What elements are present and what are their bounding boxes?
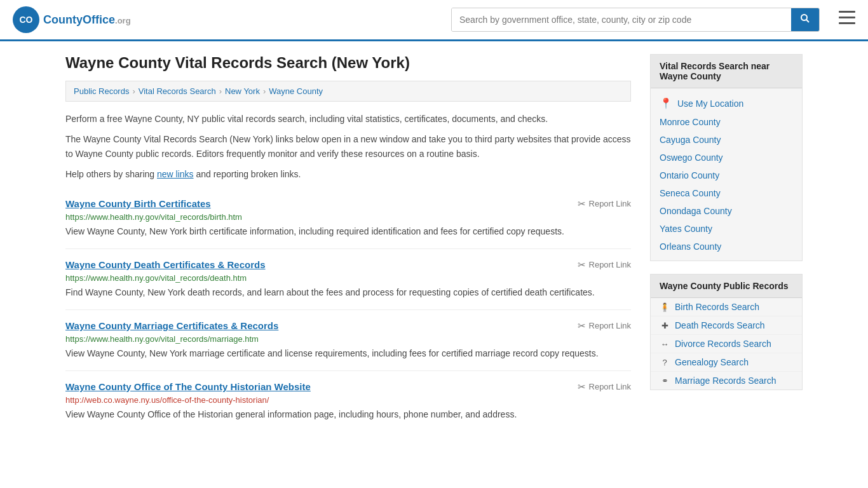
public-record-death[interactable]: ✚ Death Records Search [651, 316, 802, 334]
logo-link[interactable]: CO CountyOffice.org [13, 6, 131, 33]
record-desc-2: View Wayne County, New York marriage cer… [65, 347, 631, 360]
public-record-genealogy[interactable]: ? Genealogy Search [651, 353, 802, 371]
nearby-seneca[interactable]: Seneca County [651, 184, 802, 202]
report-icon: ✂ [578, 320, 586, 332]
nearby-county-link[interactable]: Onondaga County [660, 206, 732, 216]
breadcrumb-vital-records-search[interactable]: Vital Records Search [139, 86, 216, 96]
birth-records-link[interactable]: Birth Records Search [675, 302, 759, 312]
public-records-section: Wayne County Public Records 🧍 Birth Reco… [650, 274, 803, 390]
svg-rect-5 [839, 17, 855, 18]
new-links-link[interactable]: new links [157, 169, 194, 179]
description-1: Perform a free Wayne County, NY public v… [65, 112, 631, 126]
record-title-birth-certs[interactable]: Wayne County Birth Certificates [65, 198, 211, 209]
location-pin-icon: 📍 [660, 97, 672, 109]
hamburger-menu-icon[interactable] [839, 11, 855, 29]
record-desc-0: View Wayne County, New York birth certif… [65, 225, 631, 238]
record-desc-1: Find Wayne County, New York death record… [65, 286, 631, 299]
record-title-marriage-certs[interactable]: Wayne County Marriage Certificates & Rec… [65, 320, 278, 331]
svg-point-2 [801, 15, 807, 20]
nearby-use-my-location[interactable]: 📍 Use My Location [651, 93, 802, 113]
logo-icon: CO [13, 6, 39, 33]
nearby-county-link[interactable]: Yates County [660, 224, 712, 234]
record-item: Wayne County Office of The County Histor… [65, 371, 631, 431]
nearby-yates[interactable]: Yates County [651, 220, 802, 238]
svg-rect-6 [839, 22, 855, 24]
report-icon: ✂ [578, 381, 586, 393]
record-url-3: http://web.co.wayne.ny.us/office-of-the-… [65, 395, 631, 405]
question-icon: ? [660, 358, 670, 367]
record-title-historian[interactable]: Wayne County Office of The County Histor… [65, 381, 311, 392]
report-link-3[interactable]: ✂ Report Link [578, 381, 631, 393]
nearby-county-link[interactable]: Ontario County [660, 170, 719, 180]
record-item: Wayne County Marriage Certificates & Rec… [65, 310, 631, 371]
report-icon: ✂ [578, 259, 586, 271]
nearby-cayuga[interactable]: Cayuga County [651, 131, 802, 149]
report-link-1[interactable]: ✂ Report Link [578, 259, 631, 271]
nearby-orleans[interactable]: Orleans County [651, 238, 802, 255]
search-input[interactable] [452, 8, 791, 31]
report-link-2[interactable]: ✂ Report Link [578, 320, 631, 332]
nearby-county-link[interactable]: Orleans County [660, 241, 721, 252]
svg-line-3 [806, 20, 809, 22]
genealogy-link[interactable]: Genealogy Search [675, 357, 749, 367]
nearby-location-link[interactable]: Use My Location [677, 98, 743, 109]
record-url-2: https://www.health.ny.gov/vital_records/… [65, 334, 631, 344]
public-records-list: 🧍 Birth Records Search ✚ Death Records S… [651, 298, 802, 390]
main-container: Wayne County Vital Records Search (New Y… [53, 41, 815, 444]
nearby-county-link[interactable]: Seneca County [660, 188, 721, 198]
public-records-title: Wayne County Public Records [651, 274, 802, 298]
description-2: The Wayne County Vital Records Search (N… [65, 132, 631, 161]
nearby-county-link[interactable]: Oswego County [660, 152, 723, 163]
record-desc-3: View Wayne County Office of the Historia… [65, 408, 631, 421]
record-item: Wayne County Birth Certificates ✂ Report… [65, 188, 631, 249]
report-link-0[interactable]: ✂ Report Link [578, 198, 631, 210]
description-3: Help others by sharing new links and rep… [65, 167, 631, 181]
public-record-marriage[interactable]: ⚭ Marriage Records Search [651, 371, 802, 390]
record-url-1: https://www.health.ny.gov/vital_records/… [65, 273, 631, 283]
cross-icon: ✚ [660, 321, 670, 330]
breadcrumb-new-york[interactable]: New York [225, 86, 260, 96]
sidebar: Vital Records Search near Wayne County 📍… [650, 54, 803, 431]
breadcrumb: Public Records › Vital Records Search › … [65, 81, 631, 102]
breadcrumb-public-records[interactable]: Public Records [74, 86, 129, 96]
page-title: Wayne County Vital Records Search (New Y… [65, 54, 631, 72]
records-list: Wayne County Birth Certificates ✂ Report… [65, 188, 631, 431]
marriage-records-link[interactable]: Marriage Records Search [675, 376, 776, 386]
nearby-county-link[interactable]: Monroe County [660, 117, 721, 127]
record-url-0: https://www.health.ny.gov/vital_records/… [65, 212, 631, 222]
main-content: Wayne County Vital Records Search (New Y… [65, 54, 631, 431]
public-record-divorce[interactable]: ↔ Divorce Records Search [651, 334, 802, 353]
logo-text: CountyOffice.org [43, 13, 131, 26]
nearby-monroe[interactable]: Monroe County [651, 113, 802, 131]
death-records-link[interactable]: Death Records Search [675, 320, 765, 330]
svg-rect-4 [839, 11, 855, 13]
divorce-records-link[interactable]: Divorce Records Search [675, 339, 771, 349]
nearby-section-title: Vital Records Search near Wayne County [651, 55, 802, 88]
rings-icon: ⚭ [660, 376, 670, 386]
nearby-list: 📍 Use My Location Monroe County Cayuga C… [651, 88, 802, 261]
record-item: Wayne County Death Certificates & Record… [65, 249, 631, 310]
nearby-oswego[interactable]: Oswego County [651, 149, 802, 166]
public-record-birth[interactable]: 🧍 Birth Records Search [651, 298, 802, 316]
site-header: CO CountyOffice.org [0, 0, 868, 41]
nearby-section: Vital Records Search near Wayne County 📍… [650, 54, 803, 261]
nearby-county-link[interactable]: Cayuga County [660, 135, 721, 145]
report-icon: ✂ [578, 198, 586, 210]
breadcrumb-wayne-county[interactable]: Wayne County [269, 86, 323, 96]
arrows-icon: ↔ [660, 339, 670, 349]
search-button[interactable] [791, 8, 819, 31]
record-title-death-certs[interactable]: Wayne County Death Certificates & Record… [65, 259, 266, 270]
nearby-ontario[interactable]: Ontario County [651, 166, 802, 184]
nearby-onondaga[interactable]: Onondaga County [651, 202, 802, 220]
search-bar [451, 8, 820, 32]
person-icon: 🧍 [660, 302, 670, 312]
svg-text:CO: CO [20, 15, 33, 25]
